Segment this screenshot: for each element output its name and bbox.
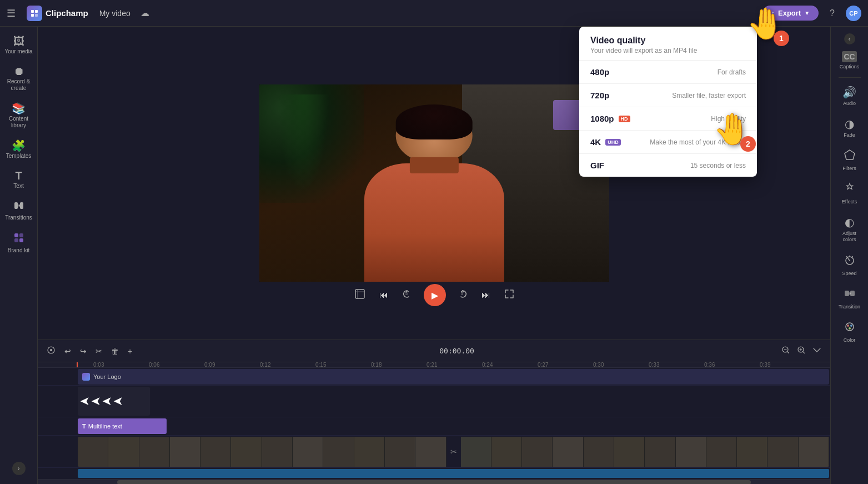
delete-button[interactable]: 🗑 (109, 346, 121, 357)
quality-1080p-label: 1080p (590, 114, 614, 123)
svg-point-23 (850, 325, 852, 327)
sidebar-item-brand[interactable]: Brand kit (2, 227, 36, 258)
ruler-mark: 0:09 (204, 362, 215, 368)
right-sidebar-item-transition[interactable]: Transition (833, 283, 866, 314)
captions-icon: CC (842, 51, 856, 62)
quality-dropdown-header: Video quality Your video will export as … (579, 27, 757, 61)
logo-track-item[interactable]: Your Logo (78, 369, 829, 385)
media-icon: 🖼 (13, 36, 24, 47)
svg-rect-3 (35, 14, 38, 17)
svg-rect-10 (355, 290, 364, 298)
quality-gif-left: GIF (590, 161, 604, 170)
sidebar-item-templates[interactable]: 🧩 Templates (2, 136, 36, 163)
sidebar-collapse-button[interactable]: › (12, 462, 26, 475)
playhead (77, 362, 78, 367)
right-sidebar-item-color[interactable]: Color (833, 316, 866, 347)
rewind-button[interactable]: 5 (399, 286, 415, 304)
svg-rect-8 (14, 238, 18, 242)
cut-button[interactable]: ✂ (93, 346, 104, 357)
track-content-video[interactable]: ✂ (77, 437, 830, 467)
track-content-text: T Multiline text (77, 418, 830, 434)
speed-icon (844, 254, 856, 269)
quality-option-1080p[interactable]: 1080p HD High quality (579, 107, 757, 131)
adjust-colors-icon: ◐ (845, 216, 854, 229)
fade-icon: ◑ (845, 117, 854, 131)
quality-4k-label: 4K (590, 137, 601, 147)
user-avatar[interactable]: CP (846, 6, 861, 21)
hamburger-menu[interactable]: ☰ (7, 7, 16, 19)
video-title[interactable]: My video (99, 9, 131, 18)
help-button[interactable]: ? (825, 6, 839, 21)
timeline-scrollbar[interactable] (38, 480, 830, 484)
scroll-thumb[interactable] (117, 480, 751, 484)
track-content-animation[interactable]: ➤ ➤ ➤ ➤ (77, 387, 830, 416)
right-sidebar-label-effects: Effects (842, 199, 857, 204)
svg-rect-2 (31, 14, 34, 17)
forward-button[interactable]: 5 (455, 286, 470, 304)
right-sidebar-item-effects[interactable]: Effects (833, 178, 866, 209)
fullscreen-button[interactable] (501, 286, 517, 304)
track-row-logo: Your Logo (38, 368, 830, 386)
undo-button[interactable]: ↩ (62, 346, 73, 357)
topbar: ☰ Clipchamp My video ☁ ↑ Export ▼ ? CP (0, 0, 868, 27)
sidebar-item-media[interactable]: 🖼 Your media (2, 31, 36, 59)
text-track-item[interactable]: T Multiline text (78, 418, 167, 434)
ruler-mark: 0:33 (649, 362, 659, 368)
right-sidebar-label-filters: Filters (842, 166, 856, 171)
add-button[interactable]: + (126, 346, 134, 357)
play-button[interactable]: ▶ (424, 284, 446, 306)
crop-button[interactable] (352, 286, 368, 305)
zoom-out-button[interactable] (779, 345, 792, 357)
skip-back-button[interactable]: ⏮ (377, 288, 390, 302)
track-content-audio[interactable] (77, 469, 830, 478)
quality-gif-desc: 15 seconds or less (690, 162, 746, 169)
right-sidebar-item-audio[interactable]: 🔊 Audio (833, 81, 866, 111)
app-logo: Clipchamp (27, 6, 88, 21)
track-row-video: ✂ (38, 436, 830, 468)
split-button[interactable] (44, 345, 58, 357)
track-content-logo: Your Logo (77, 369, 830, 384)
quality-option-4k[interactable]: 4K UHD Make the most of your 4K media (579, 131, 757, 154)
right-sidebar-item-captions[interactable]: CC Captions (833, 47, 866, 74)
right-sidebar-label-fade: Fade (844, 132, 855, 138)
right-sidebar-item-adjust[interactable]: ◐ Adjustcolors (833, 211, 866, 247)
ruler-mark: 0:15 (315, 362, 326, 368)
brand-icon (13, 232, 25, 246)
effects-icon (844, 182, 856, 197)
sidebar-item-text[interactable]: T Text (2, 166, 36, 193)
export-button[interactable]: ↑ Export ▼ (762, 6, 819, 21)
quality-dropdown-title: Video quality (590, 36, 746, 46)
redo-button[interactable]: ↪ (78, 346, 89, 357)
logo-track-label: Your Logo (93, 373, 121, 380)
svg-rect-5 (20, 202, 23, 209)
right-sidebar-collapse[interactable]: ‹ (844, 33, 855, 44)
quality-option-720p[interactable]: 720p Smaller file, faster export (579, 84, 757, 107)
sidebar-item-content[interactable]: 📚 Contentlibrary (2, 98, 36, 133)
arrow-animation-item[interactable]: ➤ ➤ ➤ ➤ (78, 387, 150, 416)
right-sidebar-item-speed[interactable]: Speed (833, 250, 866, 281)
ruler-mark: 0:06 (149, 362, 159, 368)
right-sidebar-label-audio: Audio (843, 101, 856, 106)
timeline-expand-button[interactable] (810, 345, 824, 357)
video-segment-1[interactable] (78, 437, 446, 467)
sidebar-item-transitions[interactable]: Transitions (2, 196, 36, 225)
quality-option-gif[interactable]: GIF 15 seconds or less (579, 154, 757, 177)
ruler-mark: 0:24 (482, 362, 493, 368)
sidebar-item-record[interactable]: ⏺ Record &create (2, 61, 36, 96)
track-row-audio (38, 468, 830, 480)
quality-480p-left: 480p (590, 67, 609, 77)
skip-forward-button[interactable]: ⏭ (479, 288, 493, 302)
audio-waveform[interactable] (78, 469, 829, 478)
content-icon: 📚 (12, 103, 26, 114)
zoom-in-button[interactable] (795, 345, 808, 357)
quality-480p-desc: For drafts (718, 68, 746, 76)
right-sidebar-label-speed: Speed (842, 271, 856, 276)
video-frame (259, 84, 609, 282)
arrow-content: ➤ ➤ ➤ ➤ (80, 394, 123, 408)
track-row-text: T Multiline text (38, 417, 830, 436)
export-label: Export (778, 9, 801, 17)
quality-option-480p[interactable]: 480p For drafts (579, 61, 757, 84)
right-sidebar-item-filters[interactable]: Filters (833, 144, 866, 176)
video-segment-2[interactable] (461, 437, 830, 467)
right-sidebar-item-fade[interactable]: ◑ Fade (833, 113, 866, 142)
